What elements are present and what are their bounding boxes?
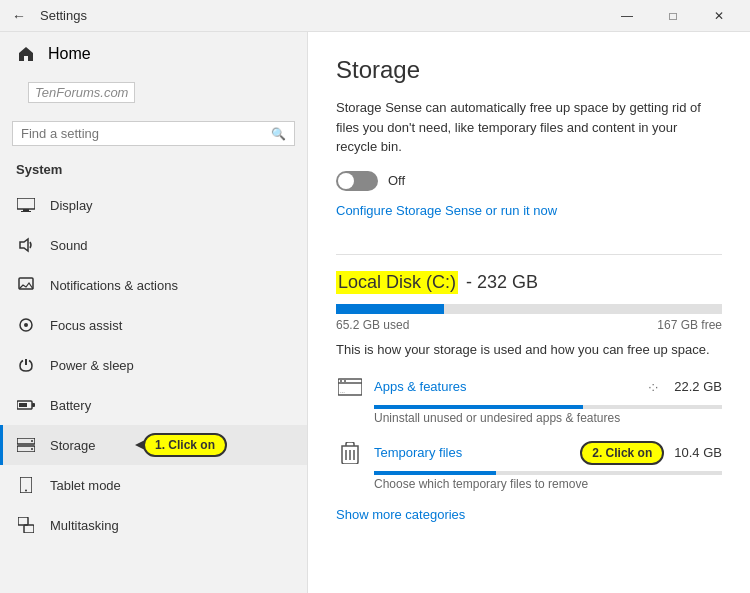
tablet-label: Tablet mode	[50, 478, 121, 493]
svg-rect-2	[21, 211, 31, 212]
callout-2: 2. Click on	[580, 441, 664, 465]
temp-name[interactable]: Temporary files	[374, 445, 562, 460]
svg-marker-3	[20, 239, 28, 251]
toggle-row: Off	[336, 171, 722, 191]
svg-rect-9	[19, 403, 27, 407]
svg-rect-17	[24, 525, 34, 533]
apps-row[interactable]: ... Apps & features ·:· 22.2 GB	[336, 373, 722, 401]
search-input[interactable]	[21, 126, 265, 141]
sidebar-item-display[interactable]: Display	[0, 185, 307, 225]
notifications-label: Notifications & actions	[50, 278, 178, 293]
svg-point-13	[31, 448, 33, 450]
titlebar-title: Settings	[40, 8, 604, 23]
search-box[interactable]: 🔍	[12, 121, 295, 146]
apps-size: 22.2 GB	[674, 379, 722, 394]
apps-sub: Uninstall unused or undesired apps & fea…	[374, 411, 722, 425]
main-container: Home TenForums.com 🔍 System Display	[0, 32, 750, 593]
sidebar-item-storage[interactable]: Storage 1. Click on	[0, 425, 307, 465]
used-label: 65.2 GB used	[336, 318, 409, 332]
sidebar-item-multitasking[interactable]: Multitasking	[0, 505, 307, 545]
storage-description-text: Storage Sense can automatically free up …	[336, 98, 722, 157]
configure-link[interactable]: Configure Storage Sense or run it now	[336, 203, 557, 218]
window-controls: — □ ✕	[604, 0, 742, 32]
storage-sense-toggle[interactable]	[336, 171, 378, 191]
display-label: Display	[50, 198, 93, 213]
apps-spinner: ·:·	[648, 380, 658, 394]
battery-icon	[16, 395, 36, 415]
battery-label: Battery	[50, 398, 91, 413]
home-label: Home	[48, 45, 91, 63]
watermark: TenForums.com	[28, 82, 135, 103]
storage-bar-track	[336, 304, 722, 314]
apps-name[interactable]: Apps & features	[374, 379, 638, 394]
sound-icon	[16, 235, 36, 255]
storage-item-temp: Temporary files 2. Click on 10.4 GB Choo…	[336, 439, 722, 491]
home-icon	[16, 44, 36, 64]
svg-text:...: ...	[340, 388, 345, 394]
callout-1-arrow	[135, 440, 145, 450]
svg-rect-16	[18, 517, 28, 525]
close-button[interactable]: ✕	[696, 0, 742, 32]
multitasking-icon	[16, 515, 36, 535]
display-icon	[16, 195, 36, 215]
show-more-link[interactable]: Show more categories	[336, 507, 465, 522]
minimize-button[interactable]: —	[604, 0, 650, 32]
sidebar-item-battery[interactable]: Battery	[0, 385, 307, 425]
section-title: System	[0, 158, 307, 185]
storage-icon	[16, 435, 36, 455]
temp-sub: Choose which temporary files to remove	[374, 477, 722, 491]
back-button[interactable]: ←	[8, 4, 30, 28]
divider	[336, 254, 722, 255]
home-nav-item[interactable]: Home	[0, 32, 307, 76]
multitasking-label: Multitasking	[50, 518, 119, 533]
titlebar: ← Settings — □ ✕	[0, 0, 750, 32]
maximize-button[interactable]: □	[650, 0, 696, 32]
svg-point-20	[340, 380, 342, 382]
temp-bar	[374, 471, 722, 475]
disk-header: Local Disk (C:) - 232 GB	[336, 271, 722, 294]
free-label: 167 GB free	[657, 318, 722, 332]
watermark-container: TenForums.com	[12, 78, 295, 111]
svg-rect-1	[23, 209, 29, 211]
storage-item-apps: ... Apps & features ·:· 22.2 GB Uninstal…	[336, 373, 722, 425]
callout-1: 1. Click on	[143, 433, 227, 457]
disk-name: Local Disk (C:)	[336, 271, 458, 294]
storage-bar: 65.2 GB used 167 GB free	[336, 304, 722, 332]
temp-size: 10.4 GB	[674, 445, 722, 460]
notifications-icon	[16, 275, 36, 295]
storage-bar-labels: 65.2 GB used 167 GB free	[336, 318, 722, 332]
disk-size: - 232 GB	[466, 272, 538, 293]
temp-bar-fill	[374, 471, 496, 475]
storage-label: Storage	[50, 438, 96, 453]
apps-bar	[374, 405, 722, 409]
storage-bar-fill	[336, 304, 444, 314]
sidebar-item-focus[interactable]: Focus assist	[0, 305, 307, 345]
sidebar-item-notifications[interactable]: Notifications & actions	[0, 265, 307, 305]
svg-point-6	[24, 323, 28, 327]
storage-usage-description: This is how your storage is used and how…	[336, 342, 722, 357]
svg-point-12	[31, 440, 33, 442]
sound-label: Sound	[50, 238, 88, 253]
svg-point-21	[344, 380, 346, 382]
power-icon	[16, 355, 36, 375]
toggle-label: Off	[388, 173, 405, 188]
tablet-icon	[16, 475, 36, 495]
apps-icon: ...	[336, 373, 364, 401]
apps-bar-fill	[374, 405, 583, 409]
svg-rect-0	[17, 198, 35, 209]
sidebar-item-power[interactable]: Power & sleep	[0, 345, 307, 385]
svg-point-15	[25, 490, 27, 492]
search-icon: 🔍	[271, 127, 286, 141]
focus-label: Focus assist	[50, 318, 122, 333]
focus-icon	[16, 315, 36, 335]
power-label: Power & sleep	[50, 358, 134, 373]
svg-rect-8	[32, 403, 35, 407]
temp-icon	[336, 439, 364, 467]
page-title: Storage	[336, 56, 722, 84]
sidebar-item-sound[interactable]: Sound	[0, 225, 307, 265]
content-area: Storage Storage Sense can automatically …	[308, 32, 750, 593]
temp-row[interactable]: Temporary files 2. Click on 10.4 GB	[336, 439, 722, 467]
sidebar: Home TenForums.com 🔍 System Display	[0, 32, 308, 593]
sidebar-item-tablet[interactable]: Tablet mode	[0, 465, 307, 505]
